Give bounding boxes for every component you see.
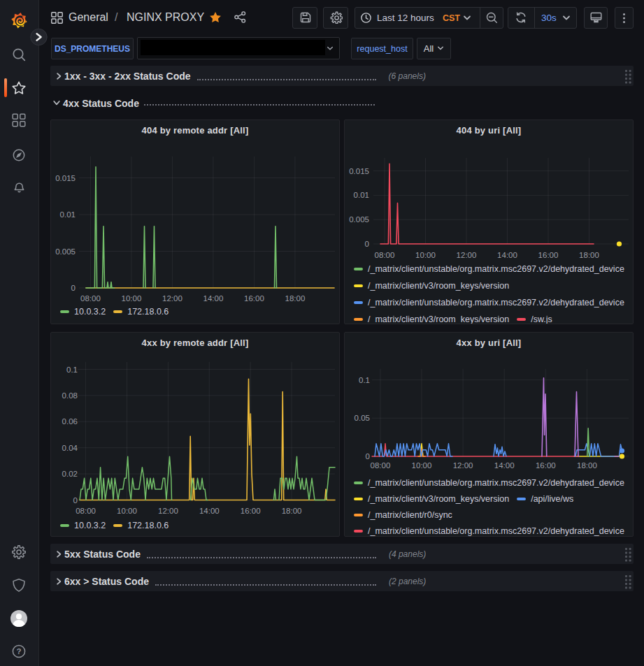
svg-text:?: ?	[16, 647, 21, 656]
